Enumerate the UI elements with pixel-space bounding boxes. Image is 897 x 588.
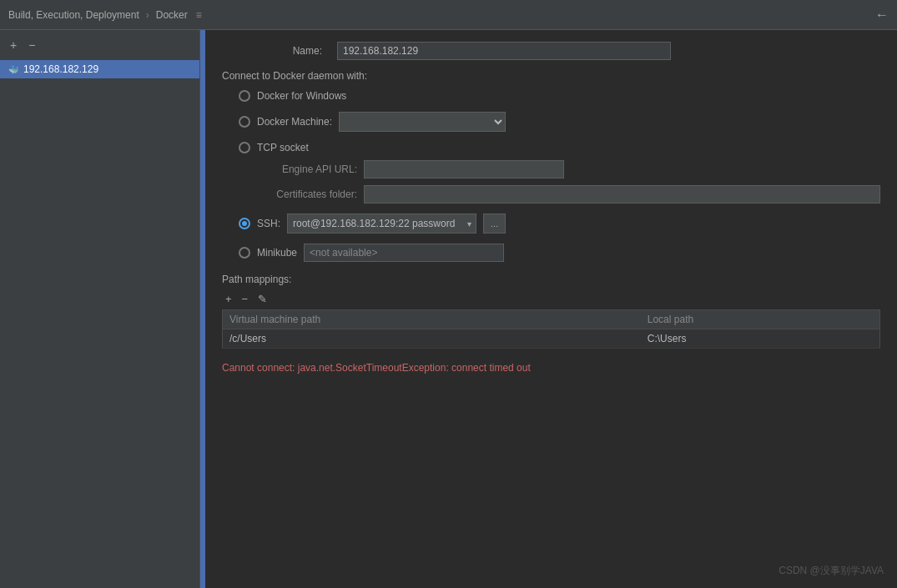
top-bar: Build, Execution, Deployment › Docker ≡ … bbox=[0, 0, 897, 30]
breadcrumb-docker: Docker bbox=[156, 9, 188, 21]
radio-group: Docker for Windows Docker Machine: TCP s… bbox=[239, 90, 880, 262]
path-toolbar: + − ✎ bbox=[222, 292, 880, 306]
radio-btn-minikube[interactable] bbox=[239, 247, 250, 259]
sidebar-remove-button[interactable]: − bbox=[25, 37, 38, 53]
vm-path-cell: /c/Users bbox=[223, 329, 641, 349]
radio-label-docker-machine: Docker Machine: bbox=[257, 116, 332, 128]
radio-btn-tcp-socket[interactable] bbox=[239, 142, 250, 153]
name-input[interactable] bbox=[337, 42, 671, 60]
main-layout: + − 🐳 192.168.182.129 Name: Connect to D… bbox=[0, 30, 897, 588]
engine-api-label: Engine API URL: bbox=[257, 163, 357, 175]
name-label: Name: bbox=[222, 45, 330, 57]
connect-label: Connect to Docker daemon with: bbox=[222, 70, 880, 82]
path-mappings-section: Path mappings: + − ✎ Virtual machine pat… bbox=[222, 274, 880, 349]
radio-docker-windows[interactable]: Docker for Windows bbox=[239, 90, 880, 102]
radio-btn-ssh[interactable] bbox=[239, 218, 250, 229]
path-edit-button[interactable]: ✎ bbox=[254, 292, 270, 306]
tcp-sub-options: Engine API URL: Certificates folder: bbox=[257, 160, 880, 204]
engine-api-row: Engine API URL: bbox=[257, 160, 880, 178]
watermark: CSDN @没事别学JAVA bbox=[779, 564, 884, 578]
error-message: Cannot connect: java.net.SocketTimeoutEx… bbox=[222, 362, 880, 374]
path-mappings-table: Virtual machine path Local path /c/Users… bbox=[222, 309, 880, 349]
path-remove-button[interactable]: − bbox=[239, 292, 252, 306]
cert-folder-row: Certificates folder: bbox=[257, 185, 880, 204]
cert-folder-input[interactable] bbox=[364, 185, 880, 204]
ssh-ellipsis-button[interactable]: ... bbox=[483, 214, 506, 234]
docker-machine-select[interactable] bbox=[339, 112, 506, 132]
ssh-select[interactable]: root@192.168.182.129:22 password bbox=[287, 214, 476, 234]
col-local-path: Local path bbox=[641, 310, 880, 329]
menu-icon[interactable]: ≡ bbox=[196, 9, 202, 21]
sidebar-toolbar: + − bbox=[0, 33, 199, 57]
radio-label-minikube: Minikube bbox=[257, 247, 297, 259]
sidebar: + − 🐳 192.168.182.129 bbox=[0, 30, 200, 588]
local-path-cell: C:\Users bbox=[641, 329, 880, 349]
breadcrumb-separator: › bbox=[146, 9, 149, 21]
sidebar-item-ip[interactable]: 🐳 192.168.182.129 bbox=[0, 60, 199, 78]
connect-section: Connect to Docker daemon with: bbox=[222, 70, 880, 82]
radio-minikube[interactable]: Minikube bbox=[239, 244, 880, 262]
radio-tcp-socket-group: TCP socket Engine API URL: Certificates … bbox=[239, 142, 880, 204]
radio-btn-docker-machine[interactable] bbox=[239, 116, 250, 128]
radio-btn-docker-windows[interactable] bbox=[239, 90, 250, 102]
radio-tcp-socket[interactable]: TCP socket bbox=[239, 142, 880, 153]
name-row: Name: bbox=[222, 42, 880, 60]
sidebar-add-button[interactable]: + bbox=[7, 37, 20, 53]
col-vm-path: Virtual machine path bbox=[223, 310, 641, 329]
path-mappings-body: /c/Users C:\Users bbox=[223, 329, 880, 349]
path-add-button[interactable]: + bbox=[222, 292, 235, 306]
minikube-input[interactable] bbox=[304, 244, 504, 262]
radio-ssh[interactable]: SSH: root@192.168.182.129:22 password ..… bbox=[239, 214, 880, 234]
path-mappings-label: Path mappings: bbox=[222, 274, 880, 285]
cert-folder-label: Certificates folder: bbox=[257, 188, 357, 200]
radio-label-tcp-socket: TCP socket bbox=[257, 142, 309, 153]
ssh-select-wrapper: root@192.168.182.129:22 password bbox=[287, 214, 476, 234]
breadcrumb-section: Build, Execution, Deployment bbox=[8, 9, 139, 21]
sidebar-item-label: 192.168.182.129 bbox=[23, 63, 98, 75]
back-arrow[interactable]: ← bbox=[875, 8, 889, 23]
content-panel: Name: Connect to Docker daemon with: Doc… bbox=[205, 30, 897, 588]
radio-label-ssh: SSH: bbox=[257, 218, 280, 229]
radio-docker-machine[interactable]: Docker Machine: bbox=[239, 112, 880, 132]
radio-label-docker-windows: Docker for Windows bbox=[257, 90, 346, 102]
engine-api-input[interactable] bbox=[364, 160, 564, 178]
breadcrumb: Build, Execution, Deployment › Docker ≡ bbox=[8, 9, 202, 21]
table-row: /c/Users C:\Users bbox=[223, 329, 880, 349]
docker-icon: 🐳 bbox=[8, 65, 18, 74]
